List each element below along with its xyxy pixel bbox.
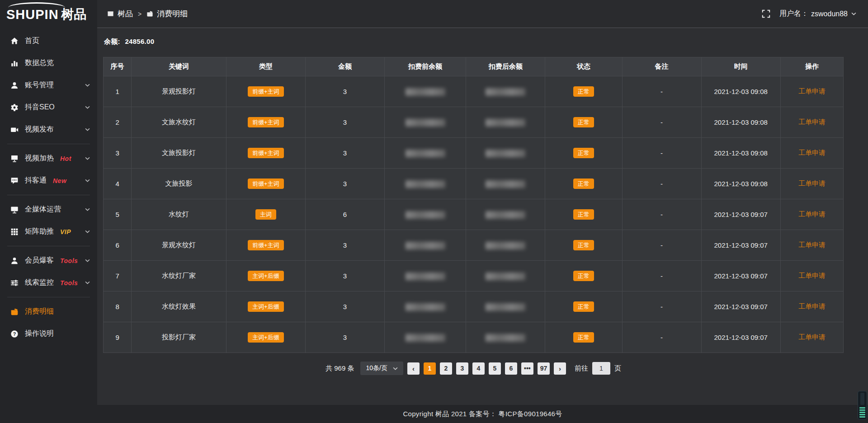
sidebar-item-data-overview[interactable]: 数据总览 — [0, 52, 97, 74]
page-button[interactable]: 3 — [456, 362, 468, 375]
cell-status: 正常 — [545, 76, 622, 107]
cell-time: 2021-12-03 09:07 — [701, 291, 780, 322]
work-order-link[interactable]: 工单申请 — [798, 333, 826, 341]
pagination: 共 969 条 10条/页 ‹ 123456•••97 › 前往 页 — [103, 362, 844, 375]
goto-page-input[interactable] — [592, 362, 610, 375]
fullscreen-icon[interactable] — [762, 9, 770, 18]
breadcrumb-current[interactable]: 消费明细 — [146, 9, 188, 19]
redacted-balance-value — [486, 180, 525, 188]
logo-text-en: SHUPIN — [6, 7, 59, 22]
sidebar-item-clue-monitor[interactable]: 线索监控 Tools — [0, 272, 97, 294]
chevron-down-icon — [85, 280, 90, 285]
sidebar-item-video-publish[interactable]: 视频发布 — [0, 118, 97, 141]
page-button[interactable]: 6 — [505, 362, 517, 375]
goto-label: 前往 — [575, 364, 588, 373]
widget-track — [860, 393, 864, 405]
cell-balance-after — [466, 138, 545, 169]
sidebar-item-member-baoke[interactable]: 会员爆客 Tools — [0, 249, 97, 272]
cell-balance-after — [466, 76, 545, 107]
hot-badge: Hot — [60, 155, 71, 162]
sidebar-item-account[interactable]: 账号管理 — [0, 74, 97, 96]
work-order-link[interactable]: 工单申请 — [798, 302, 826, 310]
status-badge: 正常 — [573, 209, 594, 220]
redacted-balance-value — [406, 88, 445, 96]
table-row: 5 水纹灯 主词 6 正常 - 2021-12-03 09:07 工单申请 — [104, 199, 844, 230]
breadcrumb-home[interactable]: 树品 — [107, 9, 133, 19]
cell-index: 2 — [104, 107, 132, 138]
cell-remark: - — [622, 230, 701, 261]
chevron-down-icon — [85, 178, 90, 183]
cell-time: 2021-12-03 09:07 — [701, 261, 780, 291]
cell-action: 工单申请 — [780, 322, 843, 353]
person-icon — [10, 257, 19, 265]
cell-amount: 3 — [305, 138, 384, 169]
work-order-link[interactable]: 工单申请 — [798, 87, 826, 95]
cell-keyword: 水纹灯效果 — [132, 291, 226, 322]
sidebar-item-home[interactable]: 首页 — [0, 30, 97, 52]
page-size-select[interactable]: 10条/页 — [360, 362, 403, 375]
cell-time: 2021-12-03 09:07 — [701, 199, 780, 230]
cell-balance-before — [385, 169, 466, 199]
page-button[interactable]: 5 — [489, 362, 501, 375]
redacted-balance-value — [406, 150, 445, 157]
tools-badge: Tools — [60, 279, 78, 287]
sidebar-item-douyin-seo[interactable]: 抖音SEO — [0, 96, 97, 118]
column-header: 金额 — [305, 57, 384, 76]
video-icon — [10, 126, 19, 134]
work-order-link[interactable]: 工单申请 — [798, 118, 826, 126]
cell-status: 正常 — [545, 107, 622, 138]
cell-balance-after — [466, 261, 545, 291]
column-header: 备注 — [622, 57, 701, 76]
cell-index: 8 — [104, 291, 132, 322]
copyright-text: Copyright 树品 2021 备案号： 粤ICP备09019646号 — [403, 410, 562, 418]
sidebar-item-all-media[interactable]: 全媒体运营 — [0, 198, 97, 221]
logo-arc-decoration — [8, 2, 65, 8]
cell-balance-after — [466, 107, 545, 138]
wallet-icon — [146, 10, 153, 17]
work-order-link[interactable]: 工单申请 — [798, 272, 826, 279]
new-badge: New — [53, 177, 66, 184]
cell-remark: - — [622, 138, 701, 169]
username-label: 用户名： — [779, 9, 808, 19]
type-badge: 主词+后缀 — [248, 271, 284, 281]
cell-amount: 6 — [305, 199, 384, 230]
cell-action: 工单申请 — [780, 138, 843, 169]
sidebar-item-consumption-detail[interactable]: 消费明细 — [0, 301, 97, 323]
page-button[interactable]: 97 — [538, 362, 550, 375]
cell-status: 正常 — [545, 322, 622, 353]
page-button[interactable]: ••• — [521, 362, 533, 375]
sidebar-item-video-heat[interactable]: 视频加热 Hot — [0, 147, 97, 169]
cell-balance-before — [385, 291, 466, 322]
sidebar-item-douketong[interactable]: 抖客通 New — [0, 169, 97, 192]
work-order-link[interactable]: 工单申请 — [798, 210, 826, 218]
page-button[interactable]: 1 — [424, 362, 436, 375]
sidebar-item-instructions[interactable]: ? 操作说明 — [0, 323, 97, 345]
work-order-link[interactable]: 工单申请 — [798, 179, 826, 187]
prev-page-button[interactable]: ‹ — [407, 362, 420, 375]
app-logo: SHUPIN 树品 — [0, 0, 97, 29]
chevron-down-icon — [85, 229, 90, 234]
goto-suffix: 页 — [614, 364, 621, 373]
type-badge: 前缀+主词 — [248, 148, 284, 158]
table-row: 9 投影灯厂家 主词+后缀 3 正常 - 2021-12-03 09:07 工单… — [104, 322, 844, 353]
table-row: 1 景观投影灯 前缀+主词 3 正常 - 2021-12-03 09:08 工单… — [104, 76, 844, 107]
user-menu[interactable]: 用户名： zswodun88 — [779, 9, 856, 19]
floating-widget[interactable] — [858, 391, 867, 420]
table-body: 1 景观投影灯 前缀+主词 3 正常 - 2021-12-03 09:08 工单… — [104, 76, 844, 353]
sidebar-nav: 首页 数据总览 账号管理 抖音SEO 视频发布 — [0, 29, 97, 345]
work-order-link[interactable]: 工单申请 — [798, 241, 826, 249]
cell-type: 主词 — [226, 199, 305, 230]
cell-index: 3 — [104, 138, 132, 169]
cell-keyword: 景观水纹灯 — [132, 230, 226, 261]
page-button[interactable]: 4 — [472, 362, 485, 375]
cell-time: 2021-12-03 09:08 — [701, 76, 780, 107]
breadcrumb-separator: > — [138, 10, 142, 18]
sidebar-item-matrix-boost[interactable]: 矩阵助推 VIP — [0, 221, 97, 243]
app-root: SHUPIN 树品 首页 数据总览 账号管理 抖音SEO — [0, 0, 868, 423]
next-page-button[interactable]: › — [554, 362, 566, 375]
page-button[interactable]: 2 — [440, 362, 452, 375]
sidebar: SHUPIN 树品 首页 数据总览 账号管理 抖音SEO — [0, 0, 97, 423]
cell-type: 前缀+主词 — [226, 138, 305, 169]
work-order-link[interactable]: 工单申请 — [798, 149, 826, 156]
chat-icon — [10, 177, 19, 185]
